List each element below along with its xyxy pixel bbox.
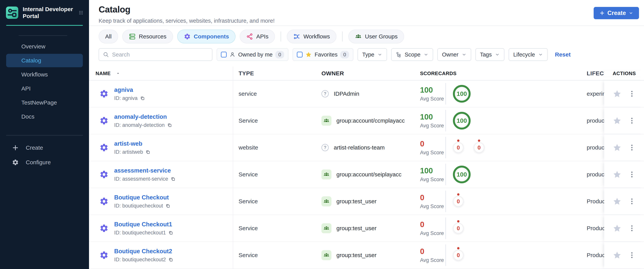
actions-cell xyxy=(604,215,644,242)
kebab-menu-icon[interactable] xyxy=(628,251,636,260)
sidebar: Internal Developer Portal OverviewCatalo… xyxy=(0,0,89,269)
scorecard-badge: 0 xyxy=(453,250,464,261)
owner-cell: group:account/seiplayacc xyxy=(316,161,416,188)
favorite-star-icon[interactable] xyxy=(613,116,622,125)
tags-filter-dropdown[interactable]: Tags xyxy=(476,48,504,61)
favorite-star-icon[interactable] xyxy=(613,251,622,260)
entity-name-link[interactable]: Boutique Checkout1 xyxy=(114,221,172,228)
copy-icon[interactable] xyxy=(140,96,145,101)
sidebar-item-docs[interactable]: Docs xyxy=(6,110,83,123)
tab-workflows[interactable]: Workflows xyxy=(287,29,336,43)
entity-name-link[interactable]: Boutique Checkout xyxy=(114,194,169,201)
type-filter-label: Type xyxy=(362,51,374,58)
type-filter-dropdown[interactable]: Type xyxy=(358,48,387,61)
entity-name-link[interactable]: anomaly-detection xyxy=(114,113,167,120)
search-input[interactable] xyxy=(112,51,208,58)
lifecycle-filter-dropdown[interactable]: Lifecycle xyxy=(509,48,548,61)
avg-score: 100 Avg Score xyxy=(420,166,446,183)
copy-icon[interactable] xyxy=(165,203,170,208)
owner-cell: group:test_user xyxy=(316,242,416,269)
avg-score: 0 Avg Score xyxy=(420,193,446,210)
column-header-name[interactable]: NAME xyxy=(89,70,233,76)
favorite-star-icon[interactable] xyxy=(613,224,622,233)
sidebar-create-button[interactable]: Create xyxy=(0,140,89,155)
favorites-filter[interactable]: Favorites 0 xyxy=(292,48,353,61)
table-row[interactable]: artist-web ID: artistweb website ? artis… xyxy=(89,134,644,161)
create-button[interactable]: Create xyxy=(594,7,639,19)
star-icon xyxy=(305,51,312,58)
table-row[interactable]: anomaly-detection ID: anomaly-detection … xyxy=(89,107,644,134)
table-row[interactable]: Boutique Checkout ID: boutiquecheckout S… xyxy=(89,188,644,215)
kebab-menu-icon[interactable] xyxy=(628,170,636,179)
score-divider xyxy=(446,191,446,212)
catalog-table: NAME TYPE OWNER SCORECARDS LIFECYC ACTIO… xyxy=(89,67,644,269)
sidebar-configure-label: Configure xyxy=(26,159,51,166)
sidebar-item-testnewpage[interactable]: TestNewPage xyxy=(6,96,83,109)
apps-grid-icon[interactable] xyxy=(79,9,83,16)
owner-cell: ? artist-relations-team xyxy=(316,134,416,161)
copy-icon[interactable] xyxy=(168,257,173,262)
share-nodes-icon xyxy=(246,33,253,40)
table-row[interactable]: Boutique Checkout1 ID: boutiquecheckout1… xyxy=(89,215,644,242)
component-gear-icon xyxy=(100,170,108,179)
reset-filters-link[interactable]: Reset xyxy=(555,51,571,58)
kebab-menu-icon[interactable] xyxy=(628,143,636,152)
copy-icon[interactable] xyxy=(170,176,176,181)
tab-user-groups[interactable]: User Groups xyxy=(348,29,404,43)
favorite-star-icon[interactable] xyxy=(613,143,622,152)
kebab-menu-icon[interactable] xyxy=(628,224,636,233)
entity-name-link[interactable]: assessment-service xyxy=(114,167,171,174)
chevron-down-icon xyxy=(462,52,466,57)
people-icon xyxy=(355,33,362,40)
sidebar-divider xyxy=(6,135,83,135)
entity-name-link[interactable]: Boutique Checkout2 xyxy=(114,248,172,255)
entity-name-link[interactable]: agniva xyxy=(114,86,133,93)
tab-all[interactable]: All xyxy=(98,29,118,43)
scorecard-badge: 0 xyxy=(453,223,464,234)
lifecycle-cell: experim xyxy=(585,80,604,107)
favorite-star-icon[interactable] xyxy=(613,197,622,206)
favorites-checkbox[interactable] xyxy=(297,52,302,57)
scorecard-badge: 100 xyxy=(453,85,470,103)
favorite-star-icon[interactable] xyxy=(613,89,622,98)
score-divider xyxy=(446,218,446,239)
entity-id: ID: boutiquecheckout xyxy=(114,203,170,209)
tab-resources-label: Resources xyxy=(139,33,166,40)
entity-name-link[interactable]: artist-web xyxy=(114,140,142,147)
kebab-menu-icon[interactable] xyxy=(628,116,636,125)
kebab-menu-icon[interactable] xyxy=(628,89,636,98)
table-row[interactable]: assessment-service ID: assessment-servic… xyxy=(89,161,644,188)
column-header-actions: ACTIONS xyxy=(604,70,644,76)
resources-stack-icon xyxy=(129,33,136,40)
copy-icon[interactable] xyxy=(168,230,173,235)
unknown-owner-icon: ? xyxy=(322,144,329,151)
sidebar-item-catalog[interactable]: Catalog xyxy=(6,54,83,67)
table-row[interactable]: Boutique Checkout2 ID: boutiquecheckout2… xyxy=(89,242,644,269)
copy-icon[interactable] xyxy=(167,123,172,128)
scorecard-badge: 0 xyxy=(474,142,484,153)
tab-components-label: Components xyxy=(194,33,229,40)
sidebar-item-overview[interactable]: Overview xyxy=(6,40,83,53)
score-divider xyxy=(446,110,446,131)
favorite-star-icon[interactable] xyxy=(613,170,622,179)
scorecards-cell: 100 Avg Score 100 xyxy=(416,107,585,134)
tab-resources[interactable]: Resources xyxy=(122,29,173,43)
scorecard-badge: 0 xyxy=(453,142,464,153)
sidebar-item-workflows[interactable]: Workflows xyxy=(6,68,83,81)
tab-components[interactable]: Components xyxy=(177,29,236,43)
sidebar-item-api[interactable]: API xyxy=(6,82,83,95)
gear-icon xyxy=(184,33,191,40)
owned-by-me-filter[interactable]: Owned by me 0 xyxy=(217,48,288,61)
copy-icon[interactable] xyxy=(145,150,150,155)
group-icon xyxy=(322,196,332,206)
owner-filter-dropdown[interactable]: Owner xyxy=(437,48,471,61)
lifecycle-cell: produc xyxy=(585,161,604,188)
tab-apis[interactable]: APIs xyxy=(240,29,275,43)
owned-by-me-checkbox[interactable] xyxy=(221,52,227,57)
sidebar-configure-button[interactable]: Configure xyxy=(0,155,89,170)
owned-by-me-count: 0 xyxy=(275,51,284,58)
chevron-down-icon xyxy=(628,11,633,15)
scope-filter-dropdown[interactable]: Scope xyxy=(391,48,433,61)
kebab-menu-icon[interactable] xyxy=(628,197,636,206)
table-row[interactable]: agniva ID: agniva service ? IDPAdmin 100… xyxy=(89,80,644,107)
